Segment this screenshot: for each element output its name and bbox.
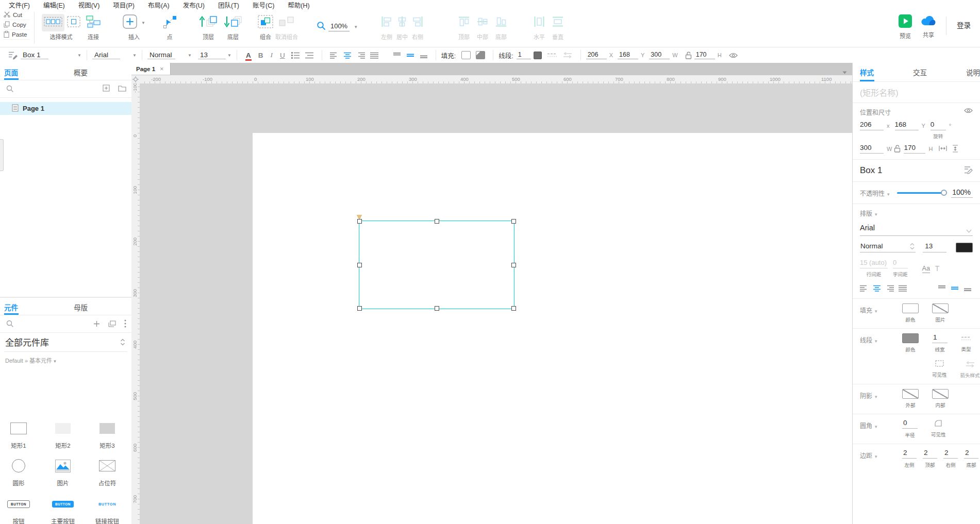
widget-image[interactable]: 图片: [41, 455, 85, 487]
tool-group[interactable]: 组合: [258, 14, 273, 41]
fill-color-swatch[interactable]: [461, 51, 471, 59]
library-breadcrumb[interactable]: Default » 基本元件 ▾: [5, 356, 131, 364]
front-icon[interactable]: [199, 15, 218, 30]
line-width-item[interactable]: 1 线宽: [932, 333, 948, 353]
connect-icon[interactable]: [86, 15, 101, 30]
fit-width-icon[interactable]: [939, 145, 947, 153]
group-icon[interactable]: [258, 15, 273, 30]
padding-section-label[interactable]: 边距: [860, 452, 872, 460]
menu-item-6[interactable]: 团队(T): [211, 0, 246, 10]
w-field[interactable]: 300: [649, 51, 670, 59]
width-input[interactable]: 300: [860, 144, 884, 154]
corner-visibility-item[interactable]: 可见性: [931, 419, 946, 438]
fill-more-swatch[interactable]: [476, 51, 485, 59]
widget-rect1[interactable]: 矩形1: [0, 417, 40, 449]
search-icon[interactable]: [6, 85, 13, 94]
font-weight-select[interactable]: Normal ▼: [147, 51, 192, 59]
tab-masters[interactable]: 母版: [74, 302, 88, 312]
italic-button[interactable]: I: [270, 51, 273, 59]
inner-shadow-item[interactable]: 内部: [932, 389, 949, 409]
font-size-select[interactable]: 13 ▼: [198, 51, 231, 59]
outer-shadow-item[interactable]: 外部: [902, 389, 919, 409]
rotation-input[interactable]: 0: [931, 121, 946, 130]
char-spacing-input[interactable]: 0: [893, 259, 908, 268]
text-align-right-icon[interactable]: [886, 285, 894, 293]
padding-top-input[interactable]: 2: [923, 449, 937, 459]
vertical-align-bottom-icon[interactable]: [964, 285, 972, 293]
fit-height-icon[interactable]: [952, 145, 958, 154]
text-color-swatch[interactable]: [956, 243, 973, 252]
line-color-item[interactable]: 颜色: [902, 333, 919, 353]
menu-item-2[interactable]: 视图(V): [72, 0, 107, 10]
text-align-justify-icon[interactable]: [370, 52, 378, 59]
edit-style-icon[interactable]: [964, 165, 973, 176]
preview-button[interactable]: 预览: [899, 14, 912, 40]
tab-notes[interactable]: 说明: [966, 67, 980, 77]
ruler-origin-icon[interactable]: [131, 75, 140, 84]
menu-item-7[interactable]: 账号(C): [246, 0, 281, 10]
add-page-icon[interactable]: [103, 84, 110, 94]
text-align-justify-icon[interactable]: [899, 285, 907, 293]
outer-shadow-swatch[interactable]: [902, 389, 919, 399]
close-icon[interactable]: ×: [160, 65, 164, 73]
lock-icon[interactable]: [894, 145, 901, 154]
fill-image-swatch[interactable]: [932, 303, 949, 313]
opacity-value[interactable]: 100%: [951, 188, 973, 198]
kebab-menu-icon[interactable]: [124, 319, 126, 330]
typography-label[interactable]: 排版: [860, 210, 872, 217]
menu-item-1[interactable]: 编辑(E): [37, 0, 72, 10]
x-field[interactable]: 206: [586, 51, 607, 59]
font-family-select[interactable]: Arial: [860, 222, 973, 236]
tool-selection-mode[interactable]: 选择模式: [42, 14, 80, 41]
corner-radius-item[interactable]: 0 半径: [902, 419, 918, 438]
shadow-section-label[interactable]: 阴影: [860, 393, 872, 400]
menu-item-0[interactable]: 文件(F): [2, 0, 37, 10]
h-field[interactable]: 170: [694, 51, 715, 59]
fill-section-label[interactable]: 填充: [860, 307, 872, 314]
padding-bottom-item[interactable]: 2底部: [964, 449, 978, 468]
opacity-slider-knob[interactable]: [941, 190, 947, 196]
corner-section-label[interactable]: 圆角: [860, 422, 872, 430]
widget-name-input[interactable]: (矩形名称): [853, 82, 980, 103]
text-align-center-icon[interactable]: [343, 52, 352, 59]
tool-insert[interactable]: ▼插入: [123, 14, 145, 41]
y-input[interactable]: 168: [895, 121, 919, 130]
line-width-field[interactable]: 1: [517, 51, 531, 59]
inner-shadow-swatch[interactable]: [932, 389, 949, 399]
resize-handle-ne[interactable]: [511, 219, 516, 224]
padding-left-input[interactable]: 2: [902, 449, 917, 459]
height-input[interactable]: 170: [904, 144, 925, 154]
menu-item-4[interactable]: 布局(A): [141, 0, 176, 10]
quick-copy-button[interactable]: Copy: [4, 20, 30, 30]
vertical-align-top-icon[interactable]: [393, 52, 401, 59]
select-multi-icon[interactable]: [42, 14, 64, 31]
line-type-item[interactable]: 类型: [961, 333, 971, 352]
bold-button[interactable]: B: [258, 52, 263, 59]
canvas-body[interactable]: [140, 83, 852, 524]
style-edit-icon[interactable]: [8, 50, 18, 60]
share-button[interactable]: 共享: [920, 14, 937, 39]
font-weight-select[interactable]: Normal: [860, 242, 916, 252]
text-align-left-icon[interactable]: [330, 52, 338, 59]
font-family-select[interactable]: Arial ▼: [92, 51, 137, 59]
resize-handle-n[interactable]: [435, 219, 439, 224]
resize-handle-w[interactable]: [357, 263, 362, 267]
tab-style[interactable]: 样式: [860, 67, 874, 77]
resize-handle-e[interactable]: [511, 263, 516, 267]
resize-handle-se[interactable]: [511, 306, 516, 311]
resize-handle-nw[interactable]: [357, 219, 362, 224]
corner-radius-input[interactable]: 0: [902, 419, 918, 429]
opacity-slider[interactable]: [897, 192, 946, 194]
line-section-label[interactable]: 线段: [860, 337, 872, 344]
line-visibility-item[interactable]: 可见性: [932, 359, 947, 379]
quick-cut-button[interactable]: Cut: [4, 10, 30, 20]
resize-handle-sw[interactable]: [357, 306, 362, 311]
point-icon[interactable]: [163, 15, 176, 30]
widget-link-button[interactable]: BUTTON链接按钮: [86, 493, 129, 524]
eye-icon[interactable]: [729, 53, 738, 58]
menu-item-3[interactable]: 项目(P): [106, 0, 141, 10]
padding-right-input[interactable]: 2: [943, 449, 958, 459]
auto-fit-text-button[interactable]: Aa: [922, 265, 930, 273]
selected-rectangle-widget[interactable]: [359, 221, 514, 309]
resize-handle-s[interactable]: [435, 306, 439, 311]
